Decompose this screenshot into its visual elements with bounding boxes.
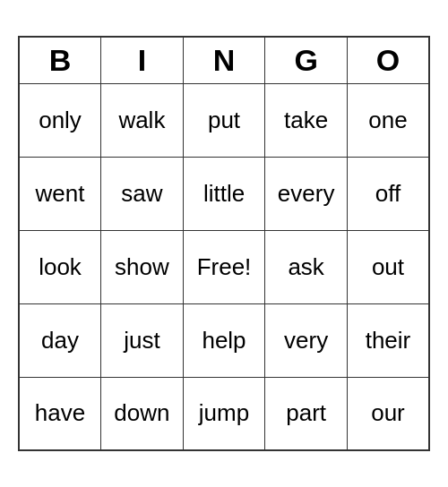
list-item: off xyxy=(347,157,429,230)
list-item: day xyxy=(19,303,101,377)
list-item: very xyxy=(265,303,348,377)
list-item: their xyxy=(347,303,429,377)
list-item: went xyxy=(19,157,101,230)
header-n: N xyxy=(183,37,265,83)
list-item: just xyxy=(101,303,184,377)
header-g: G xyxy=(265,37,348,83)
list-item: take xyxy=(265,83,348,157)
list-item: every xyxy=(265,157,348,230)
list-item: one xyxy=(347,83,429,157)
list-item: part xyxy=(265,377,348,450)
list-item: saw xyxy=(101,157,184,230)
header-o: O xyxy=(347,37,429,83)
list-item: down xyxy=(101,377,184,450)
header-b: B xyxy=(19,37,101,83)
table-row: onlywalkputtakeone xyxy=(19,83,429,157)
list-item: our xyxy=(347,377,429,450)
list-item: ask xyxy=(265,230,348,303)
list-item: walk xyxy=(101,83,184,157)
list-item: help xyxy=(183,303,265,377)
list-item: put xyxy=(183,83,265,157)
list-item: little xyxy=(183,157,265,230)
list-item: only xyxy=(19,83,101,157)
list-item: show xyxy=(101,230,184,303)
bingo-card: B I N G O onlywalkputtakeonewentsawlittl… xyxy=(18,36,430,451)
header-i: I xyxy=(101,37,184,83)
table-row: wentsawlittleeveryoff xyxy=(19,157,429,230)
table-row: dayjusthelpverytheir xyxy=(19,303,429,377)
bingo-body: onlywalkputtakeonewentsawlittleeveryoffl… xyxy=(19,83,429,450)
list-item: have xyxy=(19,377,101,450)
list-item: out xyxy=(347,230,429,303)
list-item: jump xyxy=(183,377,265,450)
table-row: lookshowFree!askout xyxy=(19,230,429,303)
header-row: B I N G O xyxy=(19,37,429,83)
table-row: havedownjumppartour xyxy=(19,377,429,450)
list-item: Free! xyxy=(183,230,265,303)
list-item: look xyxy=(19,230,101,303)
